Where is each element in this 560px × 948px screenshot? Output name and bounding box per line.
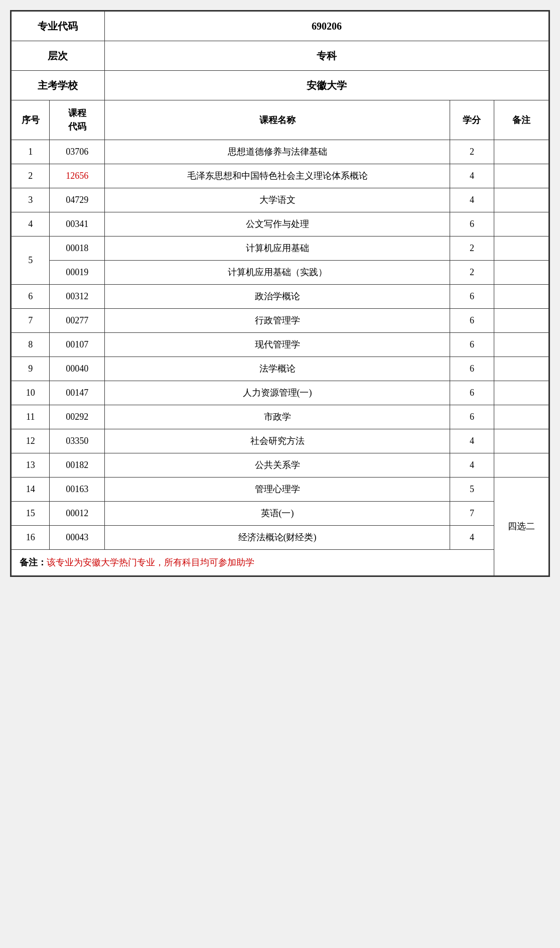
row-name: 思想道德修养与法律基础 xyxy=(104,140,450,164)
row-credit: 7 xyxy=(450,502,494,526)
table-row: 8 00107 现代管理学 6 xyxy=(12,333,549,357)
row-note xyxy=(494,164,548,188)
row-note xyxy=(494,453,548,478)
row-credit: 6 xyxy=(450,285,494,309)
row-name: 市政学 xyxy=(104,405,450,429)
row-code: 00292 xyxy=(50,405,104,429)
row-seq: 9 xyxy=(12,357,50,381)
col-header-name: 课程名称 xyxy=(104,100,450,140)
row-name: 社会研究方法 xyxy=(104,429,450,453)
row-credit: 5 xyxy=(450,478,494,502)
table-row: 4 00341 公文写作与处理 6 xyxy=(12,212,549,236)
row-credit: 4 xyxy=(450,429,494,453)
row-credit: 4 xyxy=(450,453,494,478)
table-row: 11 00292 市政学 6 xyxy=(12,405,549,429)
table-row: 13 00182 公共关系学 4 xyxy=(12,453,549,478)
row-note xyxy=(494,333,548,357)
row-seq: 6 xyxy=(12,285,50,309)
row-code: 04729 xyxy=(50,188,104,212)
row-seq: 3 xyxy=(12,188,50,212)
row-name: 人力资源管理(一) xyxy=(104,381,450,405)
column-header-row: 序号 课程代码 课程名称 学分 备注 xyxy=(12,100,549,140)
row-seq: 15 xyxy=(12,502,50,526)
table-row: 6 00312 政治学概论 6 xyxy=(12,285,549,309)
row-code: 00043 xyxy=(50,526,104,550)
school-value: 安徽大学 xyxy=(104,71,548,100)
table-row: 16 00043 经济法概论(财经类) 4 xyxy=(12,526,549,550)
row-seq: 16 xyxy=(12,526,50,550)
row-code: 00182 xyxy=(50,453,104,478)
row-code: 00147 xyxy=(50,381,104,405)
footer-text: 备注：该专业为安徽大学热门专业，所有科目均可参加助学 xyxy=(12,550,549,576)
row-note xyxy=(494,236,548,261)
row-credit: 6 xyxy=(450,357,494,381)
main-table-container: 专业代码 690206 层次 专科 主考学校 安徽大学 序号 课程代码 课程名称… xyxy=(10,10,550,577)
row-code: 00107 xyxy=(50,333,104,357)
level-label: 层次 xyxy=(12,41,105,71)
row-code: 12656 xyxy=(50,164,104,188)
row-code: 03350 xyxy=(50,429,104,453)
major-code-row: 专业代码 690206 xyxy=(12,12,549,41)
table-row: 14 00163 管理心理学 5 四选二 xyxy=(12,478,549,502)
row-note xyxy=(494,285,548,309)
table-row: 9 00040 法学概论 6 xyxy=(12,357,549,381)
row-credit: 2 xyxy=(450,140,494,164)
row-note xyxy=(494,381,548,405)
row-credit: 2 xyxy=(450,236,494,261)
table-row: 10 00147 人力资源管理(一) 6 xyxy=(12,381,549,405)
row-seq: 2 xyxy=(12,164,50,188)
row-note xyxy=(494,212,548,236)
row-seq: 5 xyxy=(12,236,50,285)
row-credit: 6 xyxy=(450,381,494,405)
table-row: 1 03706 思想道德修养与法律基础 2 xyxy=(12,140,549,164)
row-name: 大学语文 xyxy=(104,188,450,212)
col-header-seq: 序号 xyxy=(12,100,50,140)
row-seq: 4 xyxy=(12,212,50,236)
row-credit: 4 xyxy=(450,164,494,188)
row-name: 现代管理学 xyxy=(104,333,450,357)
table-row: 7 00277 行政管理学 6 xyxy=(12,309,549,333)
table-row: 00019 计算机应用基础（实践） 2 xyxy=(12,261,549,285)
row-code: 00163 xyxy=(50,478,104,502)
row-code: 03706 xyxy=(50,140,104,164)
row-seq: 7 xyxy=(12,309,50,333)
row-code: 00018 xyxy=(50,236,104,261)
col-header-credit: 学分 xyxy=(450,100,494,140)
row-name: 毛泽东思想和中国特色社会主义理论体系概论 xyxy=(104,164,450,188)
row-credit: 2 xyxy=(450,261,494,285)
col-header-code: 课程代码 xyxy=(50,100,104,140)
row-seq: 12 xyxy=(12,429,50,453)
row-name: 公共关系学 xyxy=(104,453,450,478)
major-code-label: 专业代码 xyxy=(12,12,105,41)
row-name: 英语(一) xyxy=(104,502,450,526)
row-credit: 6 xyxy=(450,212,494,236)
row-name: 行政管理学 xyxy=(104,309,450,333)
row-code: 00019 xyxy=(50,261,104,285)
row-name: 公文写作与处理 xyxy=(104,212,450,236)
footer-label: 备注： xyxy=(20,557,47,567)
row-name: 计算机应用基础 xyxy=(104,236,450,261)
row-seq: 13 xyxy=(12,453,50,478)
level-value: 专科 xyxy=(104,41,548,71)
row-credit: 4 xyxy=(450,188,494,212)
row-credit: 4 xyxy=(450,526,494,550)
row-seq: 11 xyxy=(12,405,50,429)
row-credit: 6 xyxy=(450,333,494,357)
row-name: 法学概论 xyxy=(104,357,450,381)
school-label: 主考学校 xyxy=(12,71,105,100)
row-name: 管理心理学 xyxy=(104,478,450,502)
row-code: 00040 xyxy=(50,357,104,381)
row-note xyxy=(494,140,548,164)
row-code: 00012 xyxy=(50,502,104,526)
row-credit: 6 xyxy=(450,309,494,333)
footer-row: 备注：该专业为安徽大学热门专业，所有科目均可参加助学 xyxy=(12,550,549,576)
col-header-note: 备注 xyxy=(494,100,548,140)
row-name: 计算机应用基础（实践） xyxy=(104,261,450,285)
row-note xyxy=(494,405,548,429)
row-credit: 6 xyxy=(450,405,494,429)
row-name: 政治学概论 xyxy=(104,285,450,309)
table-row: 15 00012 英语(一) 7 xyxy=(12,502,549,526)
row-name: 经济法概论(财经类) xyxy=(104,526,450,550)
table-row: 3 04729 大学语文 4 xyxy=(12,188,549,212)
table-row: 2 12656 毛泽东思想和中国特色社会主义理论体系概论 4 xyxy=(12,164,549,188)
